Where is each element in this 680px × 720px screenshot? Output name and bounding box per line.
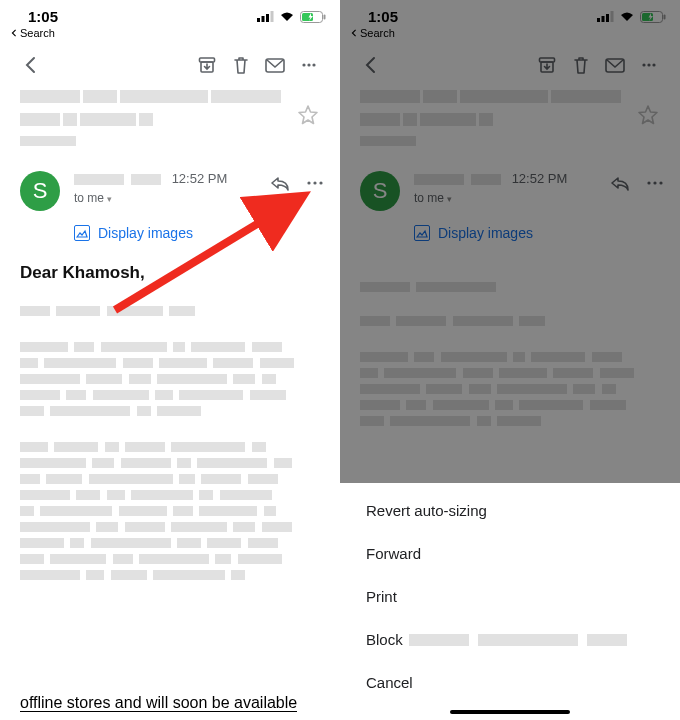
svg-rect-20	[611, 11, 614, 22]
svg-rect-3	[271, 11, 274, 22]
svg-point-31	[653, 181, 656, 184]
clock: 1:05	[28, 8, 58, 25]
sheet-forward[interactable]: Forward	[340, 532, 680, 575]
delete-button[interactable]	[224, 51, 258, 79]
sheet-revert[interactable]: Revert auto-sizing	[340, 489, 680, 532]
svg-point-13	[307, 181, 310, 184]
reply-button[interactable]	[270, 175, 290, 191]
ios-back-label: Search	[360, 27, 395, 39]
reply-button[interactable]	[610, 175, 630, 191]
display-images-label: Display images	[438, 225, 533, 241]
svg-point-15	[319, 181, 322, 184]
display-images-label: Display images	[98, 225, 193, 241]
ios-back[interactable]: Search	[0, 25, 340, 45]
message-more-button[interactable]	[306, 175, 324, 191]
sender-time: 12:52 PM	[172, 171, 228, 186]
sheet-block[interactable]: Block	[340, 618, 680, 661]
star-button[interactable]	[636, 87, 660, 127]
delete-button[interactable]	[564, 51, 598, 79]
subject-area	[0, 87, 340, 153]
svg-point-29	[652, 63, 655, 66]
status-icons	[597, 11, 666, 23]
mark-unread-button[interactable]	[258, 51, 292, 79]
svg-point-30	[647, 181, 650, 184]
svg-rect-6	[324, 14, 326, 19]
email-body-redacted	[0, 283, 340, 583]
svg-point-12	[312, 63, 315, 66]
action-sheet: Revert auto-sizing Forward Print Block C…	[340, 483, 680, 720]
wifi-icon	[619, 11, 635, 22]
svg-rect-19	[606, 14, 609, 22]
svg-point-11	[307, 63, 310, 66]
avatar-initial: S	[33, 178, 48, 204]
sheet-item-label: Revert auto-sizing	[366, 502, 487, 519]
sheet-cancel[interactable]: Cancel	[340, 661, 680, 704]
back-button[interactable]	[14, 51, 48, 79]
cellular-icon	[257, 11, 274, 22]
status-icons	[257, 11, 326, 23]
visible-body-line: offline stores and will soon be availabl…	[0, 692, 340, 714]
image-icon	[414, 225, 430, 241]
image-icon	[74, 225, 90, 241]
battery-icon	[300, 11, 326, 23]
sheet-print[interactable]: Print	[340, 575, 680, 618]
svg-point-28	[647, 63, 650, 66]
email-greeting: Dear Khamosh,	[0, 241, 340, 283]
svg-rect-2	[266, 14, 269, 22]
mark-unread-button[interactable]	[598, 51, 632, 79]
sender-row: S 12:52 PM to me ▾	[0, 153, 340, 211]
battery-icon	[640, 11, 666, 23]
sender-row: S 12:52 PM to me ▾	[340, 153, 680, 211]
more-button[interactable]	[632, 51, 666, 79]
archive-button[interactable]	[530, 51, 564, 79]
gmail-toolbar	[340, 45, 680, 87]
sheet-item-label: Block	[366, 631, 403, 648]
more-button[interactable]	[292, 51, 326, 79]
gmail-toolbar	[0, 45, 340, 87]
star-button[interactable]	[296, 87, 320, 127]
recipient-label: to me	[414, 191, 444, 205]
email-body-redacted	[340, 241, 680, 429]
avatar: S	[20, 171, 60, 211]
svg-point-27	[642, 63, 645, 66]
sheet-item-label: Forward	[366, 545, 421, 562]
archive-button[interactable]	[190, 51, 224, 79]
svg-rect-0	[257, 18, 260, 22]
svg-rect-18	[602, 16, 605, 22]
ios-back-label: Search	[20, 27, 55, 39]
svg-point-14	[313, 181, 316, 184]
status-bar: 1:05	[0, 0, 340, 25]
svg-point-32	[659, 181, 662, 184]
status-bar: 1:05	[340, 0, 680, 25]
sender-time: 12:52 PM	[512, 171, 568, 186]
sender-name	[74, 171, 164, 187]
svg-point-10	[302, 63, 305, 66]
screenshot-left: 1:05 Search	[0, 0, 340, 720]
sheet-item-label: Cancel	[366, 674, 413, 691]
display-images-button[interactable]: Display images	[340, 211, 680, 241]
display-images-button[interactable]: Display images	[0, 211, 340, 241]
avatar-initial: S	[373, 178, 388, 204]
cellular-icon	[597, 11, 614, 22]
screenshot-right: 1:05 Search S 12:52 PM to me ▾	[340, 0, 680, 720]
recipient-label: to me	[74, 191, 104, 205]
sheet-item-label: Print	[366, 588, 397, 605]
svg-rect-1	[262, 16, 265, 22]
svg-rect-23	[664, 14, 666, 19]
subject-area	[340, 87, 680, 153]
wifi-icon	[279, 11, 295, 22]
ios-back[interactable]: Search	[340, 25, 680, 45]
clock: 1:05	[368, 8, 398, 25]
svg-rect-17	[597, 18, 600, 22]
message-more-button[interactable]	[646, 175, 664, 191]
home-indicator	[450, 710, 570, 714]
sender-name	[414, 171, 504, 187]
avatar: S	[360, 171, 400, 211]
back-button[interactable]	[354, 51, 388, 79]
recipient-toggle[interactable]: to me ▾	[414, 191, 610, 205]
recipient-toggle[interactable]: to me ▾	[74, 191, 270, 205]
